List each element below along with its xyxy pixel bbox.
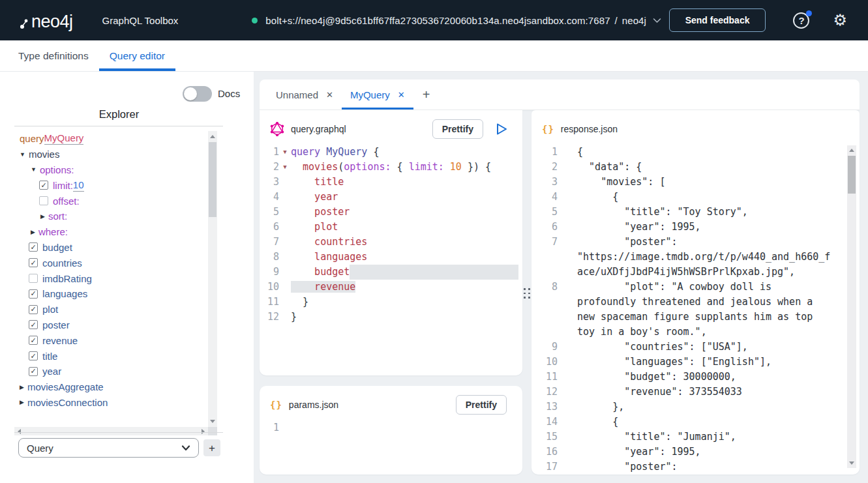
new-tab-button[interactable]: + bbox=[413, 80, 440, 110]
scroll-down-arrow[interactable] bbox=[849, 461, 854, 465]
tree-item[interactable]: query MyQuery bbox=[14, 131, 207, 147]
tree-item[interactable]: ✓poster bbox=[14, 317, 207, 333]
tree-item[interactable]: ▼options: bbox=[14, 162, 207, 178]
scroll-up-arrow[interactable] bbox=[849, 149, 854, 152]
horizontal-scrollbar[interactable] bbox=[14, 427, 208, 435]
tree-item[interactable]: ✓limit:10 bbox=[14, 177, 207, 193]
docs-toggle[interactable] bbox=[183, 86, 212, 102]
vertical-scrollbar[interactable] bbox=[208, 131, 217, 427]
checkbox[interactable]: ✓ bbox=[29, 320, 38, 329]
chevron-expanded-icon[interactable]: ▼ bbox=[20, 151, 25, 158]
query-code-editor[interactable]: 1▼query MyQuery {2▼ movies(options: { li… bbox=[260, 145, 522, 325]
gear-icon[interactable]: ⚙ bbox=[833, 12, 847, 28]
checkbox[interactable] bbox=[39, 196, 48, 205]
scrollbar-thumb[interactable] bbox=[209, 142, 217, 217]
tree-item[interactable]: ▶where: bbox=[14, 224, 207, 240]
tree-item[interactable]: ✓budget bbox=[14, 240, 207, 256]
vertical-scrollbar[interactable] bbox=[847, 145, 856, 468]
code-text: title bbox=[291, 175, 344, 190]
response-line: 8 "plot": "A cowboy doll is profoundly t… bbox=[531, 280, 860, 340]
checkbox[interactable]: ✓ bbox=[29, 258, 38, 267]
scroll-left-arrow[interactable] bbox=[18, 429, 21, 434]
code-text: budget bbox=[291, 265, 350, 280]
checkbox[interactable]: ✓ bbox=[29, 336, 38, 345]
tab-type-definitions[interactable]: Type definitions bbox=[8, 40, 99, 71]
tree-item[interactable]: ✓countries bbox=[14, 255, 207, 271]
tree-item[interactable]: ▶moviesConnection bbox=[14, 395, 207, 411]
code-text: poster bbox=[291, 205, 350, 220]
tree-item[interactable]: ✓plot bbox=[14, 302, 207, 317]
response-text: "movies": [ bbox=[577, 175, 831, 190]
tree-item-label: options: bbox=[40, 164, 74, 175]
tree-item[interactable]: ▼movies bbox=[14, 147, 207, 162]
editor-tab-unnamed[interactable]: Unnamed ✕ bbox=[267, 80, 342, 110]
scroll-right-arrow[interactable] bbox=[202, 429, 205, 434]
send-feedback-button[interactable]: Send feedback bbox=[669, 8, 766, 32]
line-number: 6 bbox=[531, 220, 558, 235]
scroll-down-arrow[interactable] bbox=[210, 420, 215, 423]
response-line: 1{ bbox=[531, 145, 860, 160]
chevron-expanded-icon[interactable]: ▼ bbox=[31, 166, 37, 173]
line-number: 4 bbox=[531, 190, 558, 205]
close-icon[interactable]: ✕ bbox=[398, 90, 405, 100]
line-number: 5 bbox=[260, 205, 279, 220]
chevron-collapsed-icon[interactable]: ▶ bbox=[40, 213, 45, 220]
fold-arrow-icon[interactable]: ▼ bbox=[279, 145, 291, 160]
scroll-up-arrow[interactable] bbox=[210, 135, 215, 138]
add-operation-button[interactable]: + bbox=[203, 439, 220, 456]
checkbox[interactable]: ✓ bbox=[39, 181, 48, 190]
connection-selector[interactable]: bolt+s://neo4j@9d5c61bff67ffa27305367200… bbox=[252, 15, 661, 26]
run-query-button[interactable] bbox=[495, 123, 508, 136]
panel-resize-handle[interactable] bbox=[524, 288, 531, 299]
chevron-collapsed-icon[interactable]: ▶ bbox=[20, 384, 24, 390]
docs-toggle-label: Docs bbox=[218, 88, 240, 99]
tree-item[interactable]: imdbRating bbox=[14, 271, 207, 286]
operation-type-select[interactable]: Query bbox=[18, 438, 199, 458]
app-header: neo4j GraphQL Toolbox bolt+s://neo4j@9d5… bbox=[0, 0, 868, 40]
response-text: "poster": bbox=[577, 460, 831, 475]
scrollbar-thumb[interactable] bbox=[848, 156, 856, 194]
chevron-down-icon[interactable] bbox=[653, 18, 661, 23]
neo4j-logo: neo4j bbox=[20, 10, 73, 31]
close-icon[interactable]: ✕ bbox=[326, 90, 333, 100]
code-line: 5 poster bbox=[260, 205, 522, 220]
tree-item-label: imdbRating bbox=[42, 273, 92, 284]
chevron-collapsed-icon[interactable]: ▶ bbox=[20, 399, 24, 405]
response-line: 11 "budget": 30000000, bbox=[531, 370, 860, 385]
checkbox[interactable]: ✓ bbox=[29, 367, 38, 376]
editor-tab-myquery[interactable]: MyQuery ✕ bbox=[342, 80, 413, 110]
help-button[interactable]: ? bbox=[793, 12, 809, 29]
line-number: 1 bbox=[260, 145, 279, 160]
tree-item[interactable]: ✓revenue bbox=[14, 332, 207, 348]
checkbox[interactable] bbox=[29, 274, 38, 283]
params-code-editor[interactable]: 1 bbox=[260, 420, 522, 435]
checkbox[interactable]: ✓ bbox=[29, 351, 38, 360]
checkbox[interactable]: ✓ bbox=[29, 305, 38, 314]
chevron-collapsed-icon[interactable]: ▶ bbox=[31, 229, 35, 235]
fold-arrow-icon[interactable]: ▼ bbox=[279, 160, 291, 175]
tree-item[interactable]: offset: bbox=[14, 193, 207, 209]
fold-gutter bbox=[279, 235, 291, 250]
line-number: 1 bbox=[260, 420, 279, 435]
tree-item[interactable]: ✓year bbox=[14, 364, 207, 379]
tree-item[interactable]: ✓languages bbox=[14, 286, 207, 302]
response-text: { bbox=[577, 145, 831, 160]
response-line: 14 { bbox=[531, 415, 860, 430]
tab-query-editor[interactable]: Query editor bbox=[99, 40, 175, 71]
response-line: 3 "movies": [ bbox=[531, 175, 860, 190]
prettify-button[interactable]: Prettify bbox=[456, 395, 507, 415]
line-number: 2 bbox=[260, 160, 279, 175]
line-number: 9 bbox=[531, 340, 558, 355]
tree-item[interactable]: ▶sort: bbox=[14, 209, 207, 224]
checkbox[interactable]: ✓ bbox=[29, 242, 38, 252]
explorer-tree: query MyQuery▼movies▼options:✓limit:10of… bbox=[14, 131, 207, 410]
tab-label: MyQuery bbox=[350, 89, 390, 100]
app-title: GraphQL Toolbox bbox=[102, 15, 179, 26]
response-text: "title": "Toy Story", bbox=[577, 205, 831, 220]
checkbox[interactable]: ✓ bbox=[29, 289, 38, 299]
prettify-button[interactable]: Prettify bbox=[432, 119, 483, 139]
tree-item[interactable]: ✓title bbox=[14, 348, 207, 364]
notification-badge bbox=[806, 10, 812, 16]
code-text: } bbox=[291, 295, 308, 310]
tree-item[interactable]: ▶moviesAggregate bbox=[14, 379, 207, 395]
